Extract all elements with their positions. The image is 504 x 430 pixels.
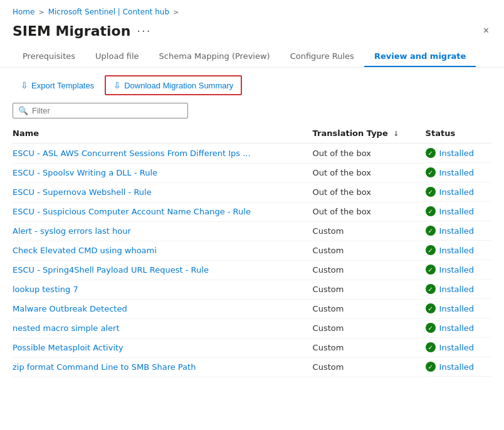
row-name-link[interactable]: nested macro simple alert — [13, 323, 119, 333]
breadcrumb-home[interactable]: Home — [13, 8, 34, 16]
row-translation-type: Custom — [313, 260, 426, 280]
status-text: Installed — [439, 149, 474, 158]
row-name-link[interactable]: Possible Metasploit Activity — [13, 343, 123, 352]
breadcrumb-sep2: > — [173, 8, 179, 16]
status-text: Installed — [439, 265, 474, 275]
filter-input-wrap: 🔍 — [13, 103, 188, 118]
row-translation-type: Out of the box — [313, 202, 426, 221]
installed-check-icon: ✓ — [426, 284, 436, 294]
col-header-name: Name — [13, 123, 313, 144]
row-name-link[interactable]: zip format Command Line to SMB Share Pat… — [13, 362, 196, 372]
status-text: Installed — [439, 362, 474, 372]
table-row: lookup testing 7Custom✓Installed — [13, 280, 491, 299]
table-row: Alert - syslog errors last hourCustom✓In… — [13, 221, 491, 241]
tab-configure-rules[interactable]: Configure Rules — [280, 46, 364, 67]
row-name-link[interactable]: Check Elevated CMD using whoami — [13, 246, 157, 255]
download-icon: ⇩ — [113, 80, 121, 90]
table-row: Check Elevated CMD using whoamiCustom✓In… — [13, 241, 491, 260]
export-templates-label: Export Templates — [31, 81, 94, 90]
row-translation-type: Custom — [313, 338, 426, 357]
table-row: ESCU - Spring4Shell Payload URL Request … — [13, 260, 491, 280]
export-templates-button[interactable]: ⇩ Export Templates — [13, 76, 102, 95]
table-row: ESCU - Spoolsv Writing a DLL - RuleOut o… — [13, 163, 491, 182]
table-row: Possible Metasploit ActivityCustom✓Insta… — [13, 338, 491, 357]
row-translation-type: Custom — [313, 241, 426, 260]
table-header-row: Name Translation Type ↓ Status — [13, 123, 491, 144]
panel-title: SIEM Migration ··· — [13, 23, 152, 39]
tab-schema-mapping[interactable]: Schema Mapping (Preview) — [149, 46, 280, 67]
status-text: Installed — [439, 304, 474, 313]
tab-review-migrate[interactable]: Review and migrate — [364, 46, 476, 67]
breadcrumb: Home > Microsoft Sentinel | Content hub … — [0, 0, 504, 20]
status-text: Installed — [439, 343, 474, 352]
row-translation-type: Custom — [313, 221, 426, 241]
export-icon: ⇩ — [21, 80, 28, 90]
installed-check-icon: ✓ — [426, 362, 436, 372]
row-name-link[interactable]: ESCU - Spring4Shell Payload URL Request … — [13, 265, 209, 275]
tab-bar: Prerequisites Upload file Schema Mapping… — [0, 46, 504, 68]
tab-prerequisites[interactable]: Prerequisites — [13, 46, 85, 67]
installed-check-icon: ✓ — [426, 245, 436, 255]
row-translation-type: Out of the box — [313, 182, 426, 202]
breadcrumb-sep1: > — [38, 8, 44, 16]
row-name-link[interactable]: Alert - syslog errors last hour — [13, 226, 131, 236]
row-status: ✓Installed — [426, 299, 491, 318]
row-status: ✓Installed — [426, 260, 491, 280]
status-text: Installed — [439, 226, 474, 236]
ellipsis-menu[interactable]: ··· — [137, 24, 151, 38]
row-translation-type: Custom — [313, 318, 426, 338]
row-status: ✓Installed — [426, 338, 491, 357]
table-row: nested macro simple alertCustom✓Installe… — [13, 318, 491, 338]
page-title: SIEM Migration — [13, 23, 130, 39]
download-migration-label: Download Migration Summary — [124, 81, 233, 90]
row-status: ✓Installed — [426, 144, 491, 163]
row-translation-type: Out of the box — [313, 163, 426, 182]
installed-check-icon: ✓ — [426, 323, 436, 333]
row-status: ✓Installed — [426, 202, 491, 221]
table-row: Malware Outbreak DetectedCustom✓Installe… — [13, 299, 491, 318]
row-status: ✓Installed — [426, 221, 491, 241]
toolbar: ⇩ Export Templates ⇩ Download Migration … — [0, 68, 504, 100]
table-container: Name Translation Type ↓ Status ESCU - AS… — [0, 123, 504, 377]
filter-bar: 🔍 — [0, 100, 504, 123]
row-name-link[interactable]: lookup testing 7 — [13, 285, 78, 294]
row-name-link[interactable]: ESCU - Suspicious Computer Account Name … — [13, 207, 251, 216]
tab-upload-file[interactable]: Upload file — [85, 46, 149, 67]
row-status: ✓Installed — [426, 182, 491, 202]
col-header-status: Status — [426, 123, 491, 144]
status-text: Installed — [439, 187, 474, 197]
row-name-link[interactable]: Malware Outbreak Detected — [13, 304, 127, 313]
results-table: Name Translation Type ↓ Status ESCU - AS… — [13, 123, 491, 377]
filter-search-icon: 🔍 — [18, 106, 28, 115]
installed-check-icon: ✓ — [426, 206, 436, 216]
table-row: ESCU - ASL AWS Concurrent Sessions From … — [13, 144, 491, 164]
download-migration-summary-button[interactable]: ⇩ Download Migration Summary — [105, 75, 242, 95]
status-text: Installed — [439, 323, 474, 333]
row-translation-type: Custom — [313, 299, 426, 318]
row-name-link[interactable]: ESCU - Spoolsv Writing a DLL - Rule — [13, 168, 157, 177]
row-translation-type: Out of the box — [313, 144, 426, 164]
breadcrumb-sentinel[interactable]: Microsoft Sentinel | Content hub — [48, 8, 169, 16]
row-translation-type: Custom — [313, 280, 426, 299]
installed-check-icon: ✓ — [426, 342, 436, 352]
row-name-link[interactable]: ESCU - Supernova Webshell - Rule — [13, 187, 152, 197]
filter-input[interactable] — [32, 106, 182, 115]
installed-check-icon: ✓ — [426, 187, 436, 197]
row-status: ✓Installed — [426, 357, 491, 377]
status-text: Installed — [439, 246, 474, 255]
close-button[interactable]: × — [481, 23, 491, 39]
status-text: Installed — [439, 285, 474, 294]
installed-check-icon: ✓ — [426, 303, 436, 313]
row-status: ✓Installed — [426, 163, 491, 182]
row-status: ✓Installed — [426, 241, 491, 260]
status-text: Installed — [439, 168, 474, 177]
table-row: zip format Command Line to SMB Share Pat… — [13, 357, 491, 377]
installed-check-icon: ✓ — [426, 226, 436, 236]
table-row: ESCU - Suspicious Computer Account Name … — [13, 202, 491, 221]
row-translation-type: Custom — [313, 357, 426, 377]
installed-check-icon: ✓ — [426, 167, 436, 177]
col-header-translation-type[interactable]: Translation Type ↓ — [313, 123, 426, 144]
row-status: ✓Installed — [426, 280, 491, 299]
row-name-link[interactable]: ESCU - ASL AWS Concurrent Sessions From … — [13, 149, 251, 158]
row-status: ✓Installed — [426, 318, 491, 338]
